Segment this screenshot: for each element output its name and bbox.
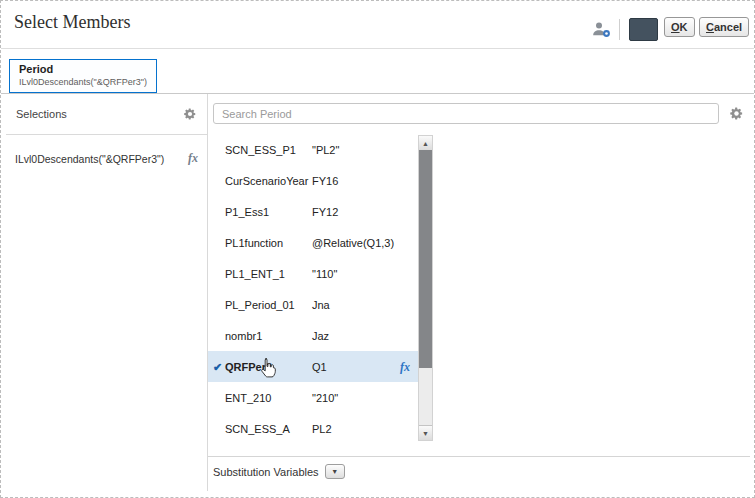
selections-header: Selections xyxy=(6,94,207,135)
tab-period[interactable]: Period ILvl0Descendants("&QRFPer3") xyxy=(9,59,157,93)
tab-function-label: ILvl0Descendants("&QRFPer3") xyxy=(19,76,147,88)
member-name: PL1function xyxy=(225,237,283,249)
member-selector-icon[interactable] xyxy=(591,21,611,39)
member-list: SCN_ESS_P1 "PL2" CurScenarioYear FY16 P1… xyxy=(208,134,418,444)
fx-icon: fx xyxy=(400,359,410,374)
member-name: P1_Ess1 xyxy=(225,206,269,218)
search-options-gear-icon[interactable] xyxy=(729,106,744,121)
chevron-down-icon: ▼ xyxy=(331,468,338,475)
scrollbar-thumb[interactable] xyxy=(419,150,432,368)
footer-divider xyxy=(208,456,750,457)
member-value: FY16 xyxy=(312,175,338,187)
scroll-down-icon[interactable]: ▼ xyxy=(419,425,432,440)
member-row[interactable]: P1_Ess1 FY12 xyxy=(208,196,418,227)
member-value: Jaz xyxy=(312,330,329,342)
selections-gear-icon[interactable] xyxy=(183,107,197,121)
member-value: Jna xyxy=(312,299,330,311)
search-box xyxy=(213,103,719,124)
member-value: @Relative(Q1,3) xyxy=(312,237,394,249)
ok-button-label: OK xyxy=(671,20,688,34)
member-name: SCN_ESS_A xyxy=(225,423,290,435)
member-row[interactable]: PL1function @Relative(Q1,3) xyxy=(208,227,418,258)
member-row[interactable]: PL1_ENT_1 "110" xyxy=(208,258,418,289)
selections-header-label: Selections xyxy=(16,108,67,120)
footer: Substitution Variables ▼ xyxy=(213,464,345,479)
member-name: ENT_210 xyxy=(225,392,271,404)
member-value: PL2 xyxy=(312,423,332,435)
member-value: "PL2" xyxy=(312,144,339,156)
member-value: Q1 xyxy=(312,361,327,373)
selection-item[interactable]: ILvl0Descendants("&QRFPer3") fx xyxy=(6,151,207,166)
member-value: "210" xyxy=(312,392,338,404)
dialog-title: Select Members xyxy=(14,12,130,33)
ok-button[interactable]: OK xyxy=(664,17,695,37)
member-row[interactable]: CurScenarioYear FY16 xyxy=(208,165,418,196)
view-selector-label: Substitution Variables xyxy=(213,466,319,478)
member-value: FY12 xyxy=(312,206,338,218)
member-name: PL_Period_01 xyxy=(225,299,295,311)
member-name: CurScenarioYear xyxy=(225,175,308,187)
member-row[interactable]: PL_Period_01 Jna xyxy=(208,289,418,320)
member-row[interactable]: SCN_ESS_P1 "PL2" xyxy=(208,134,418,165)
member-row[interactable]: ENT_210 "210" xyxy=(208,382,418,413)
cancel-button[interactable]: Cancel xyxy=(699,17,749,37)
mouse-cursor xyxy=(260,357,277,378)
member-name: nombr1 xyxy=(225,330,262,342)
display-options-icon[interactable] xyxy=(629,18,658,41)
member-row-selected[interactable]: ✔ QRFPer3 Q1 fx xyxy=(208,351,418,382)
member-name: PL1_ENT_1 xyxy=(225,268,285,280)
select-members-dialog: Select Members OK Cancel Period ILvl0Des… xyxy=(0,0,755,498)
member-row[interactable]: nombr1 Jaz xyxy=(208,320,418,351)
toolbar-divider xyxy=(619,19,620,40)
selection-item-label: ILvl0Descendants("&QRFPer3") xyxy=(15,153,164,165)
member-value: "110" xyxy=(312,268,337,280)
search-input[interactable] xyxy=(214,105,718,124)
cancel-button-label: Cancel xyxy=(706,20,742,34)
scroll-up-icon[interactable]: ▲ xyxy=(419,136,432,151)
member-row[interactable]: SCN_ESS_A PL2 xyxy=(208,413,418,444)
header-divider xyxy=(1,48,755,49)
fx-icon: fx xyxy=(188,151,198,166)
member-name: SCN_ESS_P1 xyxy=(225,144,296,156)
member-list-scrollbar[interactable]: ▲ ▼ xyxy=(418,135,433,441)
view-selector-dropdown[interactable]: ▼ xyxy=(325,464,345,479)
check-icon: ✔ xyxy=(213,360,222,373)
tab-label: Period xyxy=(19,63,147,76)
